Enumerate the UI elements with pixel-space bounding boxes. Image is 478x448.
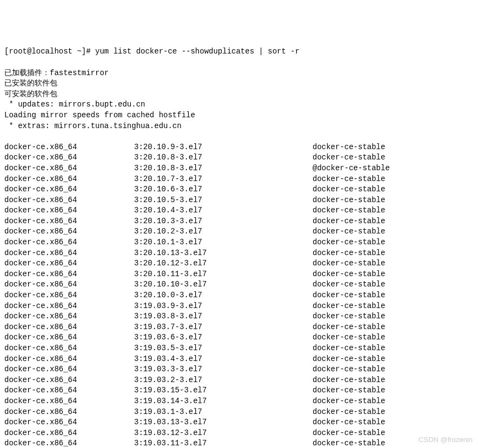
output-message: 已加载插件：fastestmirror <box>4 68 474 79</box>
package-row: docker-ce.x86_643:19.03.11-3.el7docker-c… <box>4 438 474 448</box>
package-repo: docker-ce-stable <box>313 322 474 333</box>
package-name: docker-ce.x86_64 <box>4 152 134 163</box>
package-row: docker-ce.x86_643:19.03.7-3.el7docker-ce… <box>4 322 474 333</box>
package-name: docker-ce.x86_64 <box>4 322 134 333</box>
package-name: docker-ce.x86_64 <box>4 290 134 301</box>
package-name: docker-ce.x86_64 <box>4 311 134 322</box>
package-repo: docker-ce-stable <box>313 311 474 322</box>
package-repo: docker-ce-stable <box>313 205 474 216</box>
package-repo: docker-ce-stable <box>313 258 474 269</box>
package-name: docker-ce.x86_64 <box>4 407 134 418</box>
package-repo: docker-ce-stable <box>313 301 474 312</box>
package-name: docker-ce.x86_64 <box>4 417 134 428</box>
package-name: docker-ce.x86_64 <box>4 142 134 153</box>
watermark: CSDN @frozenin <box>419 435 473 445</box>
package-name: docker-ce.x86_64 <box>4 375 134 386</box>
package-name: docker-ce.x86_64 <box>4 301 134 312</box>
package-name: docker-ce.x86_64 <box>4 248 134 259</box>
package-name: docker-ce.x86_64 <box>4 163 134 174</box>
package-row: docker-ce.x86_643:19.03.8-3.el7docker-ce… <box>4 311 474 322</box>
package-repo: docker-ce-stable <box>313 248 474 259</box>
package-version: 3:19.03.3-3.el7 <box>134 364 313 375</box>
package-version: 3:20.10.9-3.el7 <box>134 142 313 153</box>
package-repo: docker-ce-stable <box>313 407 474 418</box>
package-repo: docker-ce-stable <box>313 152 474 163</box>
package-repo: docker-ce-stable <box>313 237 474 248</box>
package-version: 3:20.10.4-3.el7 <box>134 205 313 216</box>
package-version: 3:19.03.2-3.el7 <box>134 375 313 386</box>
package-row: docker-ce.x86_643:20.10.8-3.el7docker-ce… <box>4 152 474 163</box>
package-version: 3:20.10.2-3.el7 <box>134 226 313 237</box>
package-version: 3:19.03.7-3.el7 <box>134 322 313 333</box>
package-version: 3:19.03.11-3.el7 <box>134 438 313 448</box>
package-repo: docker-ce-stable <box>313 269 474 280</box>
package-name: docker-ce.x86_64 <box>4 438 134 448</box>
package-repo: @docker-ce-stable <box>313 163 474 174</box>
package-repo: docker-ce-stable <box>313 343 474 354</box>
package-row: docker-ce.x86_643:19.03.12-3.el7docker-c… <box>4 428 474 439</box>
package-version: 3:20.10.0-3.el7 <box>134 290 313 301</box>
package-version: 3:20.10.10-3.el7 <box>134 279 313 290</box>
package-version: 3:20.10.11-3.el7 <box>134 269 313 280</box>
package-row: docker-ce.x86_643:20.10.9-3.el7docker-ce… <box>4 142 474 153</box>
terminal-output: [root@localhost ~]# yum list docker-ce -… <box>4 36 474 448</box>
package-name: docker-ce.x86_64 <box>4 195 134 206</box>
package-row: docker-ce.x86_643:20.10.6-3.el7docker-ce… <box>4 184 474 195</box>
package-row: docker-ce.x86_643:20.10.11-3.el7docker-c… <box>4 269 474 280</box>
package-row: docker-ce.x86_643:19.03.9-3.el7docker-ce… <box>4 301 474 312</box>
package-row: docker-ce.x86_643:19.03.6-3.el7docker-ce… <box>4 332 474 343</box>
package-version: 3:19.03.12-3.el7 <box>134 428 313 439</box>
output-message: 可安装的软件包 <box>4 89 474 100</box>
package-repo: docker-ce-stable <box>313 417 474 428</box>
package-row: docker-ce.x86_643:19.03.14-3.el7docker-c… <box>4 396 474 407</box>
package-version: 3:19.03.15-3.el7 <box>134 385 313 396</box>
command-prompt: [root@localhost ~]# yum list docker-ce -… <box>4 46 474 57</box>
package-repo: docker-ce-stable <box>313 142 474 153</box>
package-row: docker-ce.x86_643:20.10.12-3.el7docker-c… <box>4 258 474 269</box>
package-version: 3:19.03.5-3.el7 <box>134 343 313 354</box>
package-row: docker-ce.x86_643:20.10.7-3.el7docker-ce… <box>4 174 474 185</box>
package-name: docker-ce.x86_64 <box>4 216 134 227</box>
package-row: docker-ce.x86_643:20.10.0-3.el7docker-ce… <box>4 290 474 301</box>
package-repo: docker-ce-stable <box>313 364 474 375</box>
package-version: 3:19.03.6-3.el7 <box>134 332 313 343</box>
package-version: 3:20.10.12-3.el7 <box>134 258 313 269</box>
package-name: docker-ce.x86_64 <box>4 258 134 269</box>
package-version: 3:19.03.13-3.el7 <box>134 417 313 428</box>
package-version: 3:20.10.3-3.el7 <box>134 216 313 227</box>
package-row: docker-ce.x86_643:19.03.15-3.el7docker-c… <box>4 385 474 396</box>
package-name: docker-ce.x86_64 <box>4 354 134 365</box>
package-row: docker-ce.x86_643:19.03.3-3.el7docker-ce… <box>4 364 474 375</box>
package-row: docker-ce.x86_643:20.10.4-3.el7docker-ce… <box>4 205 474 216</box>
package-name: docker-ce.x86_64 <box>4 364 134 375</box>
package-repo: docker-ce-stable <box>313 375 474 386</box>
package-name: docker-ce.x86_64 <box>4 205 134 216</box>
package-name: docker-ce.x86_64 <box>4 237 134 248</box>
package-name: docker-ce.x86_64 <box>4 332 134 343</box>
package-row: docker-ce.x86_643:19.03.2-3.el7docker-ce… <box>4 375 474 386</box>
package-repo: docker-ce-stable <box>313 226 474 237</box>
package-version: 3:20.10.1-3.el7 <box>134 237 313 248</box>
package-row: docker-ce.x86_643:20.10.5-3.el7docker-ce… <box>4 195 474 206</box>
package-repo: docker-ce-stable <box>313 332 474 343</box>
package-row: docker-ce.x86_643:20.10.3-3.el7docker-ce… <box>4 216 474 227</box>
package-version: 3:20.10.5-3.el7 <box>134 195 313 206</box>
package-row: docker-ce.x86_643:20.10.13-3.el7docker-c… <box>4 248 474 259</box>
output-message: Loading mirror speeds from cached hostfi… <box>4 110 474 121</box>
package-version: 3:19.03.9-3.el7 <box>134 301 313 312</box>
package-repo: docker-ce-stable <box>313 396 474 407</box>
package-repo: docker-ce-stable <box>313 354 474 365</box>
package-row: docker-ce.x86_643:20.10.10-3.el7docker-c… <box>4 279 474 290</box>
package-row: docker-ce.x86_643:19.03.5-3.el7docker-ce… <box>4 343 474 354</box>
output-message: * updates: mirrors.bupt.edu.cn <box>4 99 474 110</box>
package-name: docker-ce.x86_64 <box>4 184 134 195</box>
package-repo: docker-ce-stable <box>313 216 474 227</box>
output-message: * extras: mirrors.tuna.tsinghua.edu.cn <box>4 121 474 132</box>
package-version: 3:20.10.8-3.el7 <box>134 163 313 174</box>
package-row: docker-ce.x86_643:20.10.2-3.el7docker-ce… <box>4 226 474 237</box>
package-version: 3:19.03.4-3.el7 <box>134 354 313 365</box>
package-repo: docker-ce-stable <box>313 385 474 396</box>
package-repo: docker-ce-stable <box>313 184 474 195</box>
package-name: docker-ce.x86_64 <box>4 226 134 237</box>
package-row: docker-ce.x86_643:20.10.8-3.el7@docker-c… <box>4 163 474 174</box>
